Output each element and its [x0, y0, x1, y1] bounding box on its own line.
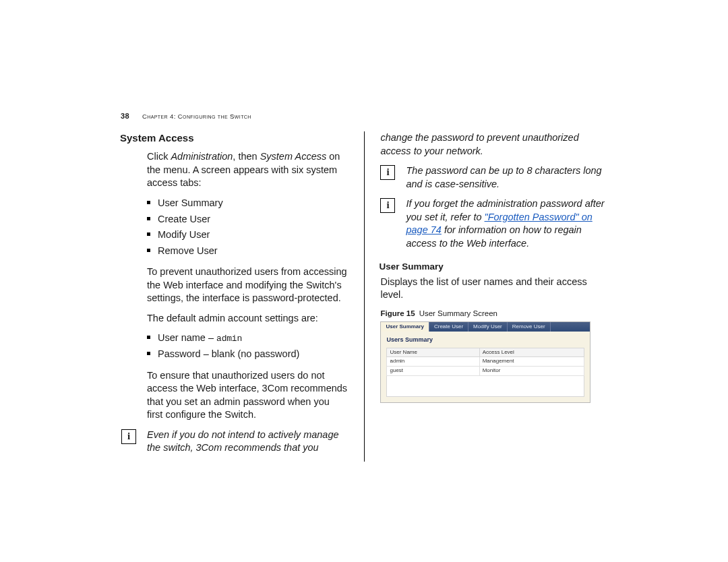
list-item: Create User [147, 213, 348, 226]
paragraph: To ensure that unauthorized users do not… [147, 369, 348, 422]
table-row: guest Monitor [387, 367, 584, 376]
info-icon: i [380, 198, 395, 213]
page-number: 38 [121, 112, 129, 120]
left-column: System Access Click Administration, then… [121, 131, 364, 462]
list-item: User Summary [147, 197, 348, 210]
subsection-title: User Summary [379, 261, 607, 273]
default-username: admin [216, 334, 242, 344]
list-item: User name – admin [147, 332, 348, 345]
figure-tab-active: User Summary [381, 322, 429, 332]
figure-caption: Figure 15User Summary Screen [380, 309, 607, 319]
paragraph: The default admin account settings are: [147, 312, 348, 325]
text: , then [233, 151, 260, 162]
defaults-list: User name – admin Password – blank (no p… [121, 332, 348, 361]
right-column: change the password to prevent unauthori… [364, 131, 607, 462]
figure-empty-area [386, 376, 584, 397]
label: User name – [158, 332, 216, 343]
paragraph: To prevent unauthorized users from acces… [147, 266, 348, 305]
table-header: Access Level [479, 348, 584, 357]
text: Click [147, 151, 171, 162]
figure-panel: Users Summary User Name Access Level adm… [381, 332, 590, 402]
info-note: i Even if you do not intend to actively … [121, 429, 348, 455]
section-title: System Access [120, 131, 348, 145]
info-note: i If you forget the administration passw… [380, 197, 607, 250]
info-icon: i [380, 165, 395, 180]
running-header: 38 Chapter 4: Configuring the Switch [121, 111, 251, 121]
figure-user-summary-screen: User Summary Create User Modify User Rem… [380, 321, 590, 403]
note-continuation: change the password to prevent unauthori… [380, 131, 607, 158]
table-header: User Name [387, 348, 479, 357]
intro-paragraph: Click Administration, then System Access… [147, 150, 348, 190]
figure-user-table: User Name Access Level admin Management … [386, 348, 584, 376]
figure-panel-title: Users Summary [386, 336, 584, 344]
info-note: i The password can be up to 8 characters… [380, 164, 607, 191]
note-text: The password can be up to 8 characters l… [406, 164, 607, 191]
figure-label: Figure 15 [380, 309, 415, 317]
cell-access: Monitor [479, 367, 584, 376]
menu-path-em: Administration [171, 151, 233, 162]
chapter-label: Chapter 4: Configuring the Switch [142, 113, 251, 120]
menu-path-em: System Access [260, 151, 327, 162]
cell-access: Management [479, 357, 584, 367]
access-tabs-list: User Summary Create User Modify User Rem… [121, 197, 348, 257]
note-text: Even if you do not intend to actively ma… [147, 429, 348, 455]
figure-title: User Summary Screen [419, 309, 497, 317]
list-item: Modify User [147, 228, 348, 242]
list-item: Remove User [147, 245, 348, 258]
cell-username: guest [387, 367, 479, 376]
paragraph: Displays the list of user names and thei… [380, 276, 607, 302]
list-item: Password – blank (no password) [147, 348, 348, 361]
note-text: If you forget the administration passwor… [406, 197, 607, 250]
figure-tab: Create User [429, 322, 468, 332]
cell-username: admin [387, 357, 479, 367]
figure-tab-bar: User Summary Create User Modify User Rem… [381, 322, 590, 332]
figure-tab: Modify User [468, 322, 508, 332]
table-row: admin Management [387, 357, 584, 367]
info-icon: i [121, 429, 136, 444]
figure-tab: Remove User [508, 322, 551, 332]
